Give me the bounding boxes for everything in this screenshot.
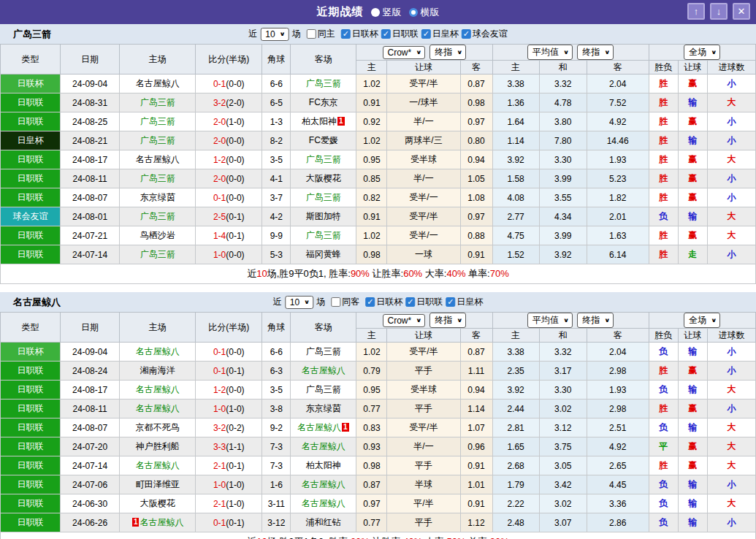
- same-venue-checkbox[interactable]: 同客: [331, 296, 359, 308]
- result-outcome: 胜: [649, 74, 678, 93]
- scope-select[interactable]: 全场∨: [684, 313, 720, 328]
- result-outcome: 负: [649, 207, 678, 226]
- average-time-select[interactable]: 终指∨: [577, 45, 614, 60]
- summary-text: 近: [247, 536, 256, 539]
- summary-win-rate: 30%: [351, 536, 370, 539]
- home-team-cell: 广岛三箭: [120, 245, 196, 264]
- league-filter-checkbox[interactable]: ✓日职联: [381, 28, 419, 40]
- same-venue-checkbox[interactable]: 同主: [307, 28, 335, 40]
- result-outcome: 负: [649, 343, 678, 362]
- handicap-away-odds: 0.94: [460, 381, 492, 400]
- corner-score: 7-3: [262, 437, 291, 456]
- col-result: 胜负: [649, 61, 678, 74]
- league-filter-checkbox[interactable]: ✓日皇杯: [446, 296, 483, 308]
- radio-unselected-icon[interactable]: [409, 8, 418, 17]
- result-handicap: 输: [678, 494, 707, 513]
- average-select[interactable]: 平均值∨: [527, 45, 573, 60]
- avg-away-odds: 2.01: [587, 207, 649, 226]
- away-team-cell: FC东京: [291, 93, 356, 112]
- col-avg-home: 主: [492, 329, 539, 343]
- summary-handicap-rate: 40%: [403, 536, 422, 539]
- checkbox-checked-icon[interactable]: ✓: [365, 297, 375, 307]
- chevron-down-icon: ∨: [304, 299, 310, 305]
- odds-time-select[interactable]: 终指∨: [429, 313, 466, 328]
- league-filter-checkbox[interactable]: ✓日皇杯: [421, 28, 459, 40]
- recent-count-select[interactable]: 10∨: [260, 28, 289, 41]
- odds-source-select[interactable]: Crow*∨: [383, 314, 426, 327]
- checkbox-unchecked-icon[interactable]: [331, 297, 340, 307]
- away-team-name: 广岛三箭: [306, 154, 341, 164]
- summary-text: 单率:: [465, 268, 489, 279]
- away-team-cell: 斯图加特: [291, 207, 356, 226]
- odds-source-value: Crow*: [388, 316, 412, 326]
- match-type-cell: 日皇杯: [1, 131, 61, 150]
- col-avg-home: 主: [492, 61, 539, 74]
- away-team-name: 福冈黄蜂: [306, 249, 341, 259]
- avg-away-odds: 14.46: [587, 131, 649, 150]
- scope-select[interactable]: 全场∨: [684, 45, 720, 60]
- match-date: 24-08-07: [61, 418, 120, 437]
- result-goals: 小: [707, 112, 755, 131]
- result-outcome: 胜: [649, 112, 678, 131]
- fulltime-score: 1-2: [213, 385, 226, 395]
- handicap-home-odds: 1.02: [356, 226, 387, 245]
- result-outcome: 胜: [649, 131, 678, 150]
- move-up-button[interactable]: ↑: [687, 3, 705, 20]
- score-cell: 1-0(0-0): [196, 245, 262, 264]
- away-team-cell: 福冈黄蜂: [291, 245, 356, 264]
- avg-home-odds: 3.38: [492, 74, 539, 93]
- result-goals: 大: [707, 93, 755, 112]
- halftime-score: (0-1): [226, 518, 244, 528]
- corner-score: 4-2: [262, 207, 291, 226]
- checkbox-checked-icon[interactable]: ✓: [462, 29, 471, 39]
- halftime-score: (0-0): [226, 385, 244, 395]
- corner-score: 3-11: [262, 494, 291, 513]
- score-cell: 2-1(1-0): [196, 494, 262, 513]
- result-goals: 小: [707, 400, 755, 418]
- match-row: 日职联 24-07-20 神户胜利船 3-3(1-1) 7-3 名古屋鲸八 0.…: [1, 437, 756, 456]
- scope-select-group: 全场∨: [649, 45, 755, 61]
- checkbox-checked-icon[interactable]: ✓: [446, 297, 455, 307]
- close-button[interactable]: ✕: [733, 3, 750, 20]
- score-cell: 3-3(1-1): [196, 437, 262, 456]
- close-icon: ✕: [738, 6, 746, 17]
- checkbox-checked-icon[interactable]: ✓: [421, 29, 431, 39]
- summary-text: 大率:: [422, 268, 446, 279]
- horizontal-layout-radio[interactable]: 横版: [409, 6, 440, 19]
- league-filter-checkbox[interactable]: ✓日职联: [405, 296, 443, 308]
- vertical-layout-label: 竖版: [383, 6, 402, 19]
- radio-selected-icon[interactable]: [371, 8, 380, 17]
- avg-draw-odds: 3.05: [539, 456, 587, 475]
- handicap-line: 平手: [387, 456, 460, 475]
- result-handicap: 赢: [678, 437, 707, 456]
- away-team-name: FC爱媛: [309, 135, 338, 145]
- league-filter-checkbox[interactable]: ✓日联杯: [341, 28, 378, 40]
- fulltime-score: 0-1: [213, 79, 226, 89]
- average-time-select[interactable]: 终指∨: [577, 313, 614, 328]
- checkbox-unchecked-icon[interactable]: [307, 29, 316, 39]
- match-type-cell: 日职联: [1, 362, 61, 381]
- away-team-name: 名古屋鲸八: [302, 479, 345, 489]
- score-cell: 1-0(1-0): [196, 400, 262, 418]
- handicap-away-odds: 0.80: [460, 131, 492, 150]
- odds-time-select[interactable]: 终指∨: [429, 45, 466, 60]
- average-select[interactable]: 平均值∨: [527, 313, 573, 328]
- avg-away-odds: 2.51: [587, 418, 649, 437]
- avg-home-odds: 2.44: [492, 400, 539, 418]
- away-team-name: 名古屋鲸八: [302, 498, 345, 508]
- recent-count-select[interactable]: 10∨: [285, 296, 313, 309]
- league-filter-checkbox[interactable]: ✓球会友谊: [462, 28, 508, 40]
- matches-table: 类型 日期 主场 比分(半场) 角球 客场 Crow*∨ 终指∨ 平均值: [0, 312, 756, 539]
- checkbox-checked-icon[interactable]: ✓: [341, 29, 351, 39]
- result-outcome: 胜: [649, 226, 678, 245]
- avg-home-odds: 4.08: [492, 188, 539, 207]
- checkbox-checked-icon[interactable]: ✓: [405, 297, 415, 307]
- section-header: 名古屋鲸八 近 10∨ 场 同客 ✓日联杯✓日职联✓日皇杯: [0, 292, 756, 312]
- checkbox-checked-icon[interactable]: ✓: [381, 29, 391, 39]
- vertical-layout-radio[interactable]: 竖版: [371, 6, 402, 19]
- league-filter-checkbox[interactable]: ✓日联杯: [365, 296, 402, 308]
- match-type-cell: 日职联: [1, 418, 61, 437]
- odds-source-select[interactable]: Crow*∨: [383, 46, 426, 59]
- league-filter-label: 日联杯: [352, 28, 378, 40]
- move-down-button[interactable]: ↓: [710, 3, 728, 20]
